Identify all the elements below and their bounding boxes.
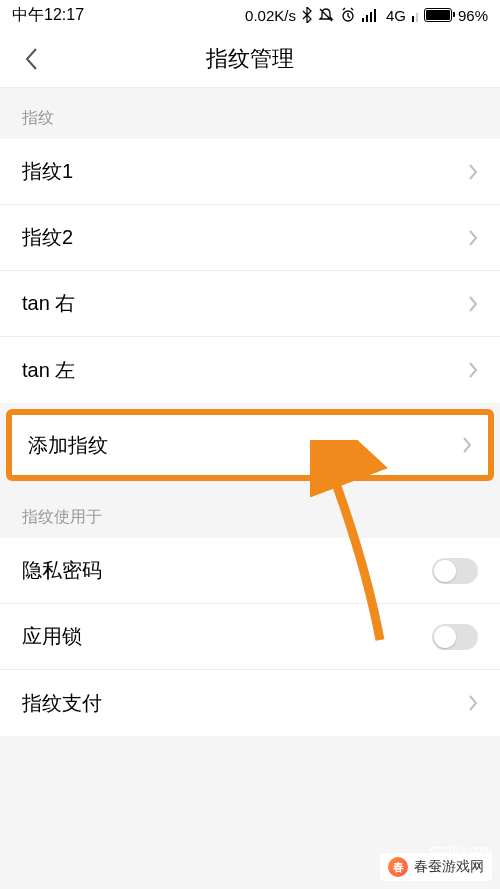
privacy-password-label: 隐私密码	[22, 557, 102, 584]
watermark-text: 春蚕游戏网	[414, 858, 484, 876]
chevron-right-icon	[468, 694, 478, 712]
section-label-fingerprints: 指纹	[0, 88, 500, 139]
alarm-icon	[340, 7, 356, 23]
app-lock-label: 应用锁	[22, 623, 82, 650]
app-lock-item[interactable]: 应用锁	[0, 604, 500, 670]
chevron-right-icon	[468, 361, 478, 379]
fingerprint-item[interactable]: tan 右	[0, 271, 500, 337]
fingerprint-label: 指纹1	[22, 158, 73, 185]
svg-rect-1	[362, 18, 364, 22]
chevron-right-icon	[468, 163, 478, 181]
svg-rect-3	[370, 12, 372, 22]
svg-rect-4	[374, 9, 376, 22]
fingerprint-item[interactable]: tan 左	[0, 337, 500, 403]
fingerprint-label: 指纹2	[22, 224, 73, 251]
chevron-right-icon	[462, 436, 472, 454]
dnd-icon	[318, 7, 334, 23]
svg-rect-6	[416, 13, 418, 22]
signal-icon-2	[412, 8, 418, 22]
status-network: 4G	[386, 7, 406, 24]
annotation-highlight: 添加指纹	[6, 409, 494, 481]
fingerprint-item[interactable]: 指纹1	[0, 139, 500, 205]
status-speed: 0.02K/s	[245, 7, 296, 24]
watermark-logo-icon: 春	[388, 857, 408, 877]
watermark: 春 春蚕游戏网	[380, 853, 492, 881]
header: 指纹管理	[0, 30, 500, 88]
add-fingerprint-item[interactable]: 添加指纹	[12, 415, 488, 475]
add-fingerprint-label: 添加指纹	[28, 432, 108, 459]
battery-icon	[424, 8, 452, 22]
chevron-right-icon	[468, 229, 478, 247]
page-title: 指纹管理	[0, 44, 500, 74]
app-lock-toggle[interactable]	[432, 624, 478, 650]
svg-rect-2	[366, 15, 368, 22]
privacy-password-toggle[interactable]	[432, 558, 478, 584]
svg-rect-5	[412, 16, 414, 22]
chevron-left-icon	[24, 47, 38, 71]
back-button[interactable]	[16, 44, 46, 74]
privacy-password-item[interactable]: 隐私密码	[0, 538, 500, 604]
bluetooth-icon	[302, 7, 312, 23]
fingerprint-item[interactable]: 指纹2	[0, 205, 500, 271]
fingerprint-pay-label: 指纹支付	[22, 690, 102, 717]
status-time: 中午12:17	[12, 5, 84, 26]
fingerprint-label: tan 右	[22, 290, 75, 317]
fingerprint-label: tan 左	[22, 357, 75, 384]
chevron-right-icon	[468, 295, 478, 313]
fingerprint-pay-item[interactable]: 指纹支付	[0, 670, 500, 736]
status-bar: 中午12:17 0.02K/s 4G 96%	[0, 0, 500, 30]
status-right: 0.02K/s 4G 96%	[245, 7, 488, 24]
signal-icon	[362, 8, 380, 22]
section-label-usage: 指纹使用于	[0, 487, 500, 538]
status-battery: 96%	[458, 7, 488, 24]
